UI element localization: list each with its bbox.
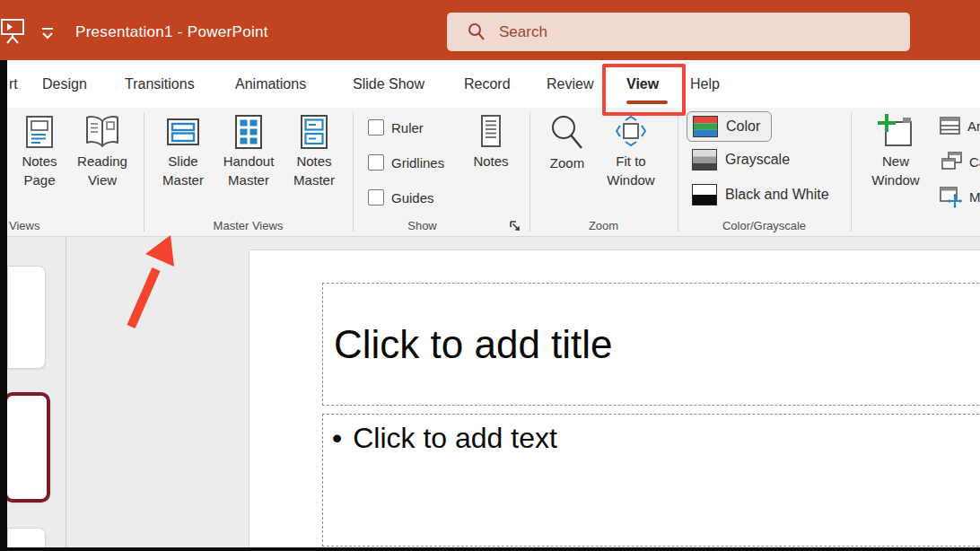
tab-design[interactable]: Design [42,76,87,92]
group-divider [353,112,354,232]
reading-view-icon [83,112,121,152]
notes-master-icon [296,112,332,152]
body-placeholder[interactable]: •Click to add text [322,414,980,547]
color-swatch-icon [693,116,718,137]
notes-master-button[interactable]: Notes Master [285,112,343,213]
ruler-checkbox[interactable]: Ruler [368,119,424,136]
button-label: M [969,189,980,205]
tab-animations[interactable]: Animations [235,76,306,92]
black-white-swatch-icon [692,184,717,206]
move-split-icon [939,185,964,208]
slideshow-icon[interactable] [0,16,27,47]
title-placeholder-text: Click to add title [334,322,613,367]
button-label: Window [607,171,654,189]
button-label: Notes [22,152,57,171]
cascade-icon [941,151,964,172]
slide-thumbnail-1[interactable] [7,266,46,369]
slide-thumbnail-2-selected[interactable] [4,392,50,503]
body-placeholder-text: •Click to add text [332,422,980,455]
notes-page-button[interactable]: Notes Page [11,112,68,213]
checkbox-box[interactable] [368,154,384,171]
ribbon-tab-row: rt Design Transitions Animations Slide S… [0,60,980,108]
grayscale-option[interactable]: Grayscale [692,149,790,171]
document-title: Presentation1 - PowerPoint [75,23,268,41]
color-grayscale-group-label: Color/Grayscale [678,219,851,232]
dialog-launcher-icon[interactable] [508,219,522,233]
tab-slide-show[interactable]: Slide Show [353,76,424,92]
slide-thumbnail-3[interactable] [7,528,46,549]
checkbox-label: Guides [391,190,434,206]
button-label: Page [23,171,55,189]
view-tab-highlight-annotation [602,64,686,116]
option-label: Color [726,118,760,135]
button-label: Reading [77,152,127,171]
left-screen-edge [0,60,7,551]
move-split-button[interactable]: M [939,185,980,208]
cascade-button[interactable]: Ca [941,151,980,172]
show-group-label: Show [353,219,492,232]
reading-view-button[interactable]: Reading View [72,112,133,213]
option-label: Grayscale [725,152,790,168]
search-input[interactable]: Search [447,13,910,51]
button-label: Ca [969,154,980,170]
black-and-white-option[interactable]: Black and White [692,184,829,206]
group-divider [144,112,144,232]
guides-checkbox[interactable]: Guides [368,189,434,206]
tab-transitions[interactable]: Transitions [125,76,195,92]
new-window-button[interactable]: New Window [865,112,926,213]
fit-to-window-button[interactable]: Fit to Window [601,112,661,213]
button-label: Notes [473,152,508,171]
button-label: View [88,171,117,189]
arrange-all-button[interactable]: Ar [939,115,980,136]
title-placeholder[interactable]: Click to add title [322,283,980,406]
notes-icon [474,112,508,152]
arrange-all-icon [939,115,962,136]
qat-chevron-icon[interactable] [39,27,56,41]
search-icon [467,22,486,42]
checkbox-box[interactable] [368,189,384,206]
button-label: Master [293,171,335,189]
notes-page-icon [22,112,57,152]
slide-canvas: Click to add title •Click to add text [249,249,980,548]
title-bar: Presentation1 - PowerPoint Search [0,0,980,60]
color-option[interactable]: Color [687,111,772,142]
button-label: Ar [967,118,980,134]
search-placeholder: Search [499,23,547,41]
handout-master-button[interactable]: Handout Master [215,112,282,213]
handout-master-icon [231,112,267,152]
tab-help[interactable]: Help [690,76,720,92]
new-window-icon [875,112,916,152]
red-arrow-annotation [115,230,187,333]
checkbox-label: Ruler [391,120,424,136]
ribbon: Notes Page Reading View Views S [0,108,980,237]
bullet-glyph: • [332,422,342,454]
zoom-magnifier-icon [547,112,587,153]
button-label: Notes [296,152,331,171]
slide-master-button[interactable]: Slide Master [154,112,212,213]
notes-button[interactable]: Notes [466,112,516,213]
tab-record[interactable]: Record [464,76,511,92]
tab-review[interactable]: Review [547,76,593,92]
checkbox-label: Gridlines [391,155,444,171]
button-label: Handout [223,152,275,171]
button-label: New [882,152,909,171]
group-divider [851,112,852,232]
gridlines-checkbox[interactable]: Gridlines [368,154,444,171]
option-label: Black and White [725,187,829,203]
button-label: Window [871,171,919,189]
bottom-screen-edge [0,547,980,551]
thumbnail-panel-divider[interactable] [66,237,66,547]
grayscale-swatch-icon [692,149,717,171]
button-label: Master [228,171,269,189]
button-label: Slide [168,152,197,171]
fit-to-window-icon [612,112,650,152]
group-divider [678,112,678,232]
zoom-button[interactable]: Zoom [542,112,592,213]
tab-insert-truncated[interactable]: rt [9,76,18,92]
checkbox-box[interactable] [368,119,384,136]
powerpoint-window: Presentation1 - PowerPoint Search rt Des… [0,0,980,551]
button-label: Master [162,171,204,189]
button-label: Fit to [616,152,645,171]
zoom-group-label: Zoom [529,219,678,232]
button-label: Zoom [550,153,584,172]
